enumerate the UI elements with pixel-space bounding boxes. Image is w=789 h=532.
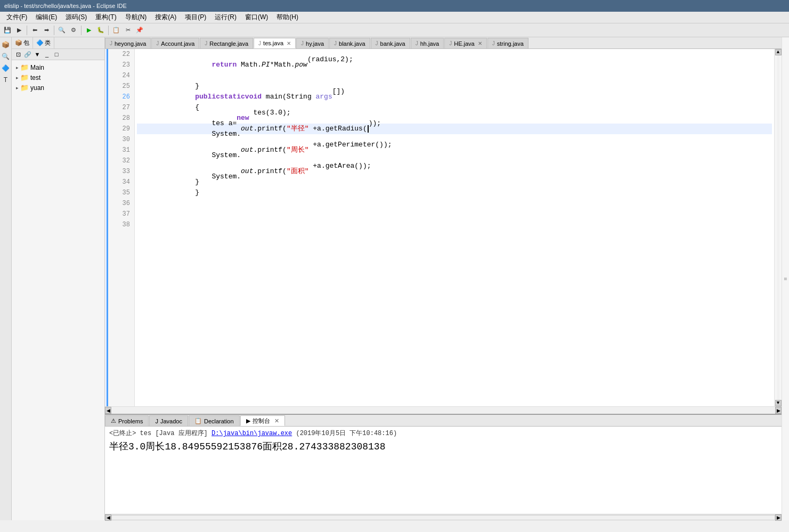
line-num-29: 29 — [112, 124, 130, 134]
package-icon[interactable]: 📦 — [1, 39, 11, 50]
tab-icon-problems: ⚠ — [111, 418, 116, 424]
tree-item-yuan[interactable]: ▸ 📁 yuan — [14, 83, 102, 93]
tab-icon-hy: J — [301, 40, 304, 46]
tab-declaration[interactable]: 📋 Declaration — [189, 415, 240, 426]
kw-return: return — [212, 60, 237, 70]
class-icon[interactable]: 🔷 — [1, 63, 11, 73]
tab-console[interactable]: ▶ 控制台 ✕ — [240, 415, 285, 426]
scroll-track-horizontal[interactable] — [111, 407, 775, 414]
toolbar: 💾 ▶ ⬅ ➡ 🔍 ⚙ ▶ 🐛 📋 ✂ 📌 — [0, 23, 789, 37]
menu-item-F[interactable]: 文件(F) — [2, 12, 31, 23]
menu-item-N[interactable]: 导航(N) — [121, 12, 151, 23]
code-line-29: System.out.printf("半径" +a.getRadius()); — [137, 124, 772, 134]
tab-tes[interactable]: J tes.java ✕ — [254, 38, 296, 48]
menu-btn[interactable]: ▼ — [33, 50, 42, 59]
tab-heyong[interactable]: J heyong.java — [105, 38, 151, 48]
console-status: <已终止> tes [Java 应用程序] D:\java\bin\javaw.… — [109, 429, 777, 438]
scroll-up-btn[interactable]: ▲ — [775, 49, 782, 55]
tree-icon-yuan: 📁 — [20, 84, 29, 92]
main-layout: 📦 🔍 🔷 T 📦 包 🔷 类 ⊡ 🔗 ▼ _ □ ▸ 📁 — [0, 37, 789, 520]
title-bar: elislip - test/src/hello/java/tes.java -… — [0, 0, 789, 12]
minimize-btn[interactable]: _ — [43, 50, 51, 59]
console-scroll-right[interactable]: ▶ — [775, 514, 782, 521]
kw-void: void — [245, 92, 262, 102]
line-num-34: 34 — [112, 177, 130, 187]
tab-bank[interactable]: J bank.java — [371, 38, 410, 48]
menu-item-H[interactable]: 帮助(H) — [272, 12, 303, 23]
scroll-left-btn[interactable]: ◀ — [105, 407, 111, 414]
search-icon[interactable]: 🔍 — [1, 51, 11, 62]
code-line-31: System.out.printf("周长" +a.getPerimeter()… — [137, 145, 772, 155]
tab-close-console[interactable]: ✕ — [274, 418, 279, 424]
tab-problems[interactable]: ⚠ Problems — [105, 415, 149, 426]
menu-item-P[interactable]: 项目(P) — [181, 12, 210, 23]
class-tab-label: 类 — [45, 39, 51, 47]
menu-item-S[interactable]: 源码(S) — [61, 12, 91, 23]
tree-item-test[interactable]: ▸ 📁 test — [14, 72, 102, 83]
tab-hy[interactable]: J hy.java — [296, 38, 329, 48]
toolbar-btn-8[interactable]: ✂ — [123, 25, 133, 36]
tab-icon-string: J — [492, 40, 495, 46]
line-num-22: 22 — [112, 49, 130, 60]
menu-item-E[interactable]: 编辑(E) — [31, 12, 61, 23]
tab-he[interactable]: J HE.java ✕ — [444, 38, 487, 48]
scroll-track-vertical[interactable] — [777, 55, 779, 400]
line-num-26: 26 — [112, 92, 130, 102]
tree-label-main: Main — [30, 64, 44, 71]
toolbar-run[interactable]: ▶ — [84, 25, 94, 36]
toolbar-btn-6[interactable]: ⚙ — [68, 25, 79, 36]
tab-blank[interactable]: J blank.java — [329, 38, 370, 48]
code-editor[interactable]: 22 23 24 25 26 27 28 29 30 31 32 33 34 3… — [105, 49, 782, 406]
sidebar-tab-package[interactable]: 📦 包 — [12, 37, 33, 48]
console-scroll-left[interactable]: ◀ — [105, 514, 111, 521]
tab-string[interactable]: J string.java — [487, 38, 528, 48]
right-strip: ≡ — [782, 37, 789, 520]
code-line-33: System.out.printf("面积" +a.getArea()); — [137, 166, 772, 177]
sidebar-tab-class[interactable]: 🔷 类 — [33, 37, 54, 48]
toolbar-debug[interactable]: 🐛 — [95, 25, 106, 36]
tab-label-rectangle: Rectangle.java — [209, 40, 248, 47]
menu-item-R[interactable]: 运行(R) — [210, 12, 241, 23]
tab-account[interactable]: J Account.java — [151, 38, 199, 48]
console-path-link[interactable]: D:\java\bin\javaw.exe — [212, 430, 292, 437]
toolbar-btn-2[interactable]: ▶ — [14, 25, 25, 36]
sidebar: 📦 包 🔷 类 ⊡ 🔗 ▼ _ □ ▸ 📁 Main ▸ 📁 — [12, 37, 105, 520]
tab-hh[interactable]: J hh.java — [411, 38, 444, 48]
tab-close-tes[interactable]: ✕ — [287, 40, 291, 46]
tab-icon-account: J — [156, 40, 159, 46]
line-num-38: 38 — [112, 219, 130, 230]
toolbar-btn-9[interactable]: 📌 — [134, 25, 145, 36]
tab-icon-heyong: J — [110, 40, 112, 46]
tab-icon-console: ▶ — [246, 418, 250, 424]
pow-italic: pow — [295, 60, 307, 70]
code-content[interactable]: return Math.PI*Math.pow(radius,2); } pub… — [135, 49, 774, 406]
tab-label-problems: Problems — [118, 418, 143, 424]
tab-javadoc[interactable]: J Javadoc — [149, 415, 188, 426]
editor-scrollbar[interactable]: ▲ ▼ — [774, 49, 782, 406]
bottom-panel: ⚠ Problems J Javadoc 📋 Declaration ▶ 控制台… — [105, 414, 782, 520]
tab-label-he: HE.java — [454, 40, 475, 47]
type-icon[interactable]: T — [1, 75, 11, 85]
toolbar-btn-1[interactable]: 💾 — [2, 25, 13, 36]
tab-rectangle[interactable]: J Rectangle.java — [200, 38, 253, 48]
code-line-36 — [137, 198, 772, 209]
collapse-all-btn[interactable]: ⊡ — [14, 50, 22, 59]
horizontal-scrollbar[interactable]: ◀ ▶ — [105, 406, 782, 414]
menu-item-A[interactable]: 搜索(A) — [151, 12, 181, 23]
tree-label-test: test — [30, 74, 40, 81]
bottom-console-scrollbar[interactable]: ◀ ▶ — [105, 514, 782, 520]
toolbar-btn-5[interactable]: 🔍 — [56, 25, 67, 36]
scroll-right-btn[interactable]: ▶ — [775, 407, 782, 414]
link-btn[interactable]: 🔗 — [23, 50, 32, 59]
toolbar-btn-4[interactable]: ➡ — [41, 25, 52, 36]
tree-item-main[interactable]: ▸ 📁 Main — [14, 62, 102, 72]
toolbar-btn-7[interactable]: 📋 — [111, 25, 121, 36]
tab-close-he[interactable]: ✕ — [478, 40, 482, 46]
menu-item-W[interactable]: 窗口(W) — [241, 12, 272, 23]
menu-item-T[interactable]: 重构(T) — [91, 12, 120, 23]
toolbar-btn-3[interactable]: ⬅ — [29, 25, 40, 36]
scroll-down-btn[interactable]: ▼ — [775, 400, 782, 406]
maximize-btn[interactable]: □ — [52, 50, 61, 59]
line-num-24: 24 — [112, 70, 130, 81]
console-scroll-track[interactable] — [111, 515, 775, 520]
